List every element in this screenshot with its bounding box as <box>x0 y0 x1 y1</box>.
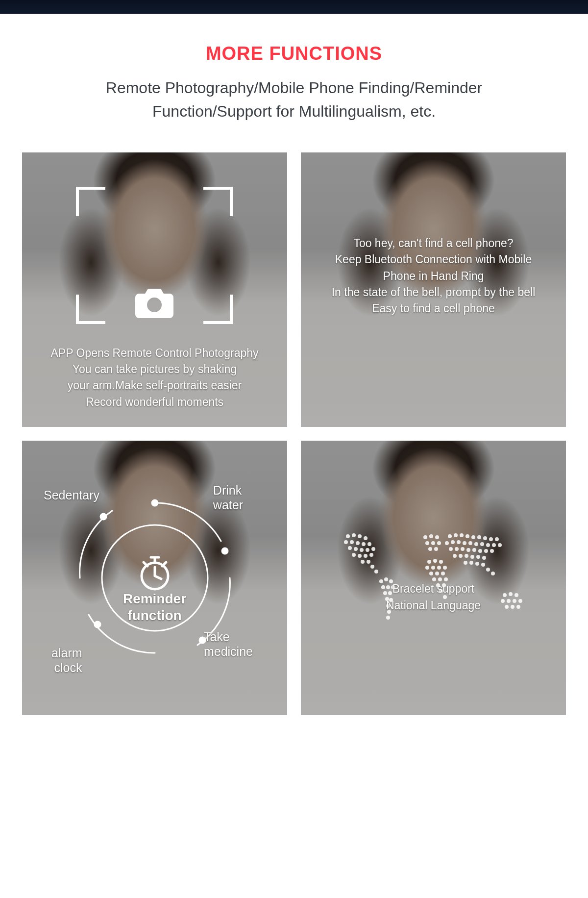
svg-point-22 <box>358 554 362 558</box>
svg-point-77 <box>451 540 455 544</box>
label-take-medicine: Take medicine <box>204 629 253 659</box>
svg-point-93 <box>490 549 494 553</box>
svg-point-83 <box>486 543 490 547</box>
svg-point-0 <box>152 500 158 506</box>
svg-point-88 <box>461 547 465 551</box>
svg-point-84 <box>492 543 496 547</box>
card-find-phone: Too hey, can't find a cell phone? Keep B… <box>301 152 566 427</box>
svg-point-42 <box>423 535 427 539</box>
svg-point-99 <box>482 556 486 560</box>
reminder-center-label: Reminder function <box>123 591 186 624</box>
svg-point-104 <box>486 568 490 572</box>
svg-point-58 <box>435 572 439 575</box>
svg-point-49 <box>434 547 438 551</box>
svg-point-3 <box>95 622 100 627</box>
svg-point-19 <box>366 548 369 552</box>
svg-point-24 <box>369 553 373 557</box>
svg-point-96 <box>465 554 468 558</box>
svg-point-103 <box>481 563 485 567</box>
svg-point-89 <box>466 548 470 552</box>
section-header: MORE FUNCTIONS Remote Photography/Mobile… <box>0 14 588 143</box>
svg-point-26 <box>367 560 370 564</box>
svg-point-46 <box>431 541 435 545</box>
svg-point-97 <box>470 555 474 559</box>
svg-point-59 <box>441 572 445 575</box>
svg-point-85 <box>498 543 502 547</box>
svg-point-53 <box>425 566 429 570</box>
find-phone-caption: Too hey, can't find a cell phone? Keep B… <box>301 235 566 317</box>
svg-point-100 <box>464 561 467 565</box>
svg-point-70 <box>466 534 469 538</box>
svg-point-82 <box>480 542 484 546</box>
multilingual-caption: Bracelet support National Language <box>301 581 566 614</box>
world-map-icon <box>318 517 549 639</box>
svg-point-95 <box>459 554 463 558</box>
svg-point-8 <box>352 533 356 537</box>
svg-point-56 <box>443 566 447 570</box>
svg-point-87 <box>455 547 459 551</box>
svg-point-44 <box>435 535 439 539</box>
svg-point-45 <box>425 541 429 545</box>
card-remote-photography: APP Opens Remote Control Photography You… <box>22 152 287 427</box>
svg-point-79 <box>463 541 466 545</box>
card-reminder: Reminder function Sedentary Drink water … <box>22 441 287 715</box>
svg-point-91 <box>478 549 482 553</box>
svg-point-55 <box>437 566 441 570</box>
svg-point-68 <box>454 533 458 537</box>
svg-point-52 <box>439 560 443 564</box>
svg-point-86 <box>449 547 453 551</box>
svg-point-16 <box>348 546 352 550</box>
svg-point-9 <box>358 534 362 538</box>
svg-point-11 <box>344 540 348 544</box>
svg-point-7 <box>346 534 350 538</box>
svg-point-75 <box>495 537 499 541</box>
svg-point-14 <box>362 542 366 546</box>
svg-point-72 <box>477 535 481 539</box>
svg-point-74 <box>489 537 493 541</box>
section-title: MORE FUNCTIONS <box>44 43 544 64</box>
svg-point-54 <box>431 566 435 570</box>
svg-point-69 <box>460 533 464 537</box>
remote-photo-caption: APP Opens Remote Control Photography You… <box>22 345 287 410</box>
svg-point-13 <box>356 541 360 545</box>
svg-point-101 <box>469 561 473 565</box>
svg-point-92 <box>484 549 488 553</box>
svg-point-27 <box>370 565 374 569</box>
svg-point-17 <box>354 547 358 551</box>
svg-point-76 <box>445 541 449 545</box>
label-sedentary: Sedentary <box>44 488 99 502</box>
stopwatch-icon <box>139 554 171 591</box>
svg-point-10 <box>364 536 368 540</box>
section-subtitle: Remote Photography/Mobile Phone Finding/… <box>44 76 544 123</box>
top-dark-strip <box>0 0 588 14</box>
svg-point-20 <box>371 547 375 551</box>
svg-point-23 <box>364 554 368 558</box>
svg-point-80 <box>468 541 472 545</box>
feature-grid: APP Opens Remote Control Photography You… <box>0 143 588 740</box>
svg-point-78 <box>457 540 461 544</box>
svg-point-57 <box>429 572 433 575</box>
svg-point-28 <box>374 570 378 574</box>
svg-point-41 <box>386 616 390 620</box>
svg-point-94 <box>453 554 457 558</box>
svg-point-81 <box>474 542 478 546</box>
svg-point-71 <box>471 535 475 539</box>
svg-point-18 <box>360 548 364 552</box>
card-multilingual: Bracelet support National Language <box>301 441 566 715</box>
svg-point-98 <box>476 555 480 559</box>
svg-point-25 <box>361 560 365 564</box>
svg-point-67 <box>448 534 452 538</box>
svg-point-51 <box>433 559 437 563</box>
svg-point-50 <box>427 560 431 564</box>
svg-point-102 <box>475 562 479 566</box>
label-drink-water: Drink water <box>213 483 243 512</box>
svg-point-73 <box>483 536 487 540</box>
svg-point-4 <box>100 514 106 520</box>
svg-point-47 <box>437 541 441 545</box>
label-alarm-clock: alarm clock <box>51 646 82 675</box>
camera-focus-frame-icon <box>76 187 233 324</box>
svg-point-43 <box>429 534 433 538</box>
camera-icon <box>135 289 173 318</box>
svg-point-1 <box>222 548 228 554</box>
svg-point-12 <box>350 540 354 544</box>
